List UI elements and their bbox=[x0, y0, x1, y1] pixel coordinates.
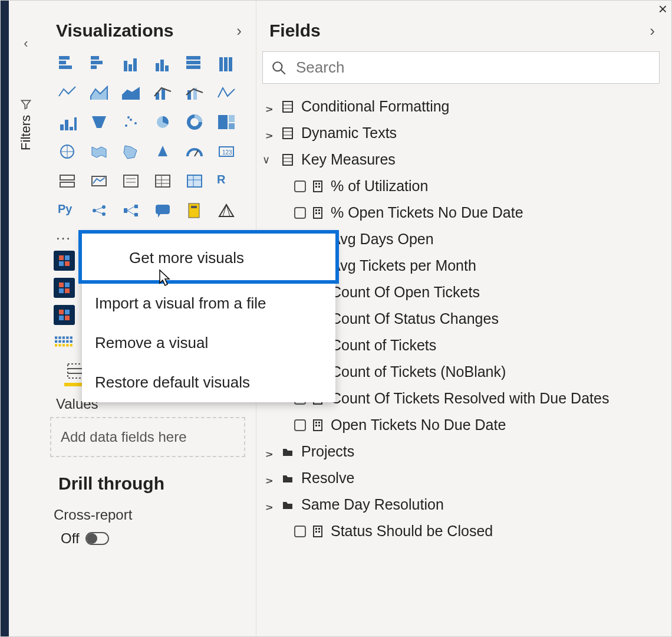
viz-stacked-area-icon[interactable] bbox=[120, 83, 142, 102]
svg-rect-78 bbox=[55, 336, 57, 339]
svg-rect-46 bbox=[156, 175, 170, 187]
search-input[interactable] bbox=[295, 58, 651, 77]
menu-restore-default-visuals[interactable]: Restore default visuals bbox=[82, 363, 335, 402]
svg-rect-162 bbox=[315, 531, 317, 533]
field-group-key-measures[interactable]: ∨Key Measures bbox=[262, 146, 666, 173]
chevron-right-icon: ∨ bbox=[262, 445, 275, 458]
custom-visual-3[interactable] bbox=[54, 305, 75, 325]
field--open-tickets-no-due-date[interactable]: % Open Tickets No Due Date bbox=[262, 199, 666, 226]
field-group-conditional-formatting[interactable]: ∨Conditional Formatting bbox=[262, 93, 666, 120]
svg-rect-86 bbox=[66, 340, 68, 343]
chevron-left-icon[interactable]: ‹ bbox=[24, 36, 28, 51]
checkbox[interactable] bbox=[294, 207, 306, 219]
field--of-utilization[interactable]: % of Utilization bbox=[262, 173, 666, 199]
viz-table-icon[interactable] bbox=[151, 172, 174, 191]
svg-rect-40 bbox=[60, 175, 74, 180]
viz-key-influencers-icon[interactable] bbox=[88, 201, 110, 220]
viz-line-icon[interactable] bbox=[56, 83, 78, 102]
close-icon[interactable]: × bbox=[658, 0, 667, 18]
measure-icon bbox=[313, 207, 324, 219]
svg-rect-64 bbox=[189, 203, 199, 218]
chevron-right-icon: ∨ bbox=[262, 498, 275, 511]
more-visuals-ellipsis[interactable]: ··· bbox=[43, 227, 70, 246]
viz-line-clustered-column-icon[interactable] bbox=[151, 83, 174, 102]
field-group-resolve[interactable]: ∨Resolve bbox=[262, 465, 666, 491]
svg-line-62 bbox=[127, 211, 134, 215]
field-group-projects[interactable]: ∨Projects bbox=[262, 438, 666, 465]
viz-ribbon-icon[interactable] bbox=[215, 83, 238, 102]
svg-rect-83 bbox=[55, 340, 57, 343]
viz-py-visual-icon[interactable]: Py bbox=[56, 201, 78, 220]
viz-waterfall-icon[interactable] bbox=[56, 113, 78, 132]
svg-rect-161 bbox=[318, 528, 320, 530]
svg-point-30 bbox=[127, 116, 130, 119]
viz-clustered-bar-icon[interactable] bbox=[88, 54, 110, 73]
visualizations-title: Visualizations bbox=[56, 21, 174, 41]
checkbox[interactable] bbox=[294, 180, 306, 192]
svg-rect-106 bbox=[283, 155, 292, 165]
chevron-right-icon: ∨ bbox=[262, 100, 275, 113]
viz-arcgis-icon[interactable] bbox=[215, 201, 238, 220]
viz-r-visual-icon[interactable]: R bbox=[215, 172, 238, 191]
viz-multi-row-card-icon[interactable] bbox=[56, 172, 78, 191]
viz-donut-icon[interactable] bbox=[183, 113, 206, 132]
viz-paginated-icon[interactable] bbox=[183, 201, 206, 220]
viz-scatter-icon[interactable] bbox=[120, 113, 142, 132]
custom-visual-2[interactable] bbox=[54, 278, 75, 298]
checkbox[interactable] bbox=[294, 526, 306, 537]
viz-stacked-column-icon[interactable] bbox=[120, 54, 142, 73]
viz-decomposition-tree-icon[interactable] bbox=[120, 201, 142, 220]
viz-shape-map-icon[interactable] bbox=[120, 142, 142, 161]
nav-rail bbox=[1, 1, 9, 636]
viz-azure-map-icon[interactable] bbox=[151, 142, 174, 161]
viz-slicer-icon[interactable] bbox=[120, 172, 142, 191]
custom-visual-1[interactable] bbox=[54, 251, 75, 271]
menu-get-more-visuals[interactable]: Get more visuals bbox=[78, 230, 339, 284]
filters-collapsed-pane[interactable]: ‹ Filters bbox=[9, 1, 43, 636]
viz-pie-icon[interactable] bbox=[151, 113, 174, 132]
folder-icon bbox=[282, 500, 294, 510]
custom-visual-grid[interactable] bbox=[54, 332, 75, 352]
viz-gauge-icon[interactable] bbox=[183, 142, 206, 161]
svg-rect-33 bbox=[218, 115, 228, 129]
cross-report-toggle[interactable] bbox=[85, 532, 109, 545]
visuals-context-menu: Get more visuals Import a visual from a … bbox=[82, 234, 335, 402]
visualizations-pane: Visualizations › 123RPy ··· Get more vis… bbox=[43, 1, 256, 636]
field-open-tickets-no-due-date[interactable]: Open Tickets No Due Date bbox=[262, 412, 666, 438]
viz-line-stacked-column-icon[interactable] bbox=[183, 83, 206, 102]
chevron-right-icon[interactable]: › bbox=[650, 22, 655, 40]
svg-rect-5 bbox=[91, 65, 97, 69]
viz-matrix-icon[interactable] bbox=[183, 172, 206, 191]
menu-remove-visual[interactable]: Remove a visual bbox=[82, 323, 335, 363]
field-group-dynamic-texts[interactable]: ∨Dynamic Texts bbox=[262, 120, 666, 146]
viz-map-icon[interactable] bbox=[56, 142, 78, 161]
field-group-same-day-resolution[interactable]: ∨Same Day Resolution bbox=[262, 491, 666, 518]
checkbox[interactable] bbox=[294, 419, 306, 431]
viz-funnel-icon[interactable] bbox=[88, 113, 110, 132]
viz-100-stacked-column-icon[interactable] bbox=[215, 54, 238, 73]
viz-qa-icon[interactable] bbox=[151, 201, 174, 220]
values-field-well[interactable]: Add data fields here bbox=[50, 417, 245, 457]
svg-rect-87 bbox=[70, 340, 73, 343]
svg-rect-76 bbox=[59, 316, 64, 320]
field-status-should-be-closed[interactable]: Status Should be Closed bbox=[262, 518, 666, 544]
viz-100-stacked-bar-icon[interactable] bbox=[183, 54, 206, 73]
viz-treemap-icon[interactable] bbox=[215, 113, 238, 132]
fields-search[interactable] bbox=[262, 51, 660, 84]
viz-stacked-bar-icon[interactable] bbox=[56, 54, 78, 73]
menu-import-visual-file[interactable]: Import a visual from a file bbox=[82, 284, 335, 323]
group-label: Same Day Resolution bbox=[301, 496, 444, 513]
svg-rect-88 bbox=[55, 344, 57, 346]
svg-rect-113 bbox=[318, 186, 320, 188]
svg-rect-58 bbox=[124, 208, 127, 213]
viz-kpi-icon[interactable] bbox=[88, 172, 110, 191]
viz-clustered-column-icon[interactable] bbox=[151, 54, 174, 73]
svg-rect-60 bbox=[134, 213, 138, 216]
svg-rect-158 bbox=[318, 425, 320, 426]
chevron-right-icon[interactable]: › bbox=[236, 22, 242, 40]
viz-card-icon[interactable]: 123 bbox=[215, 142, 238, 161]
viz-area-icon[interactable] bbox=[88, 83, 110, 102]
table-icon bbox=[282, 127, 294, 139]
group-label: Conditional Formatting bbox=[301, 98, 450, 115]
viz-filled-map-icon[interactable] bbox=[88, 142, 110, 161]
